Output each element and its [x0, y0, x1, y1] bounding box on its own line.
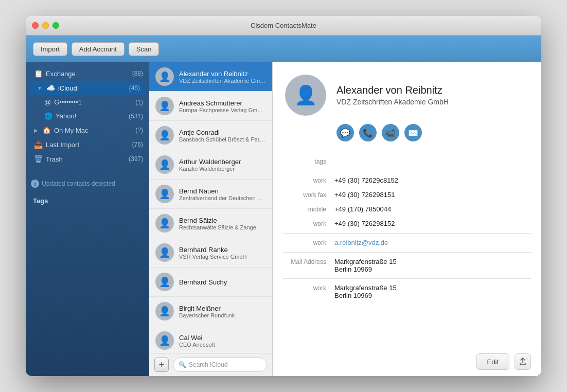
scan-button[interactable]: Scan: [129, 42, 160, 56]
detail-footer: Edit: [273, 347, 541, 376]
gmail-icon: @: [44, 98, 51, 106]
field-value: +49 (170) 7850044: [334, 205, 531, 213]
sidebar-item-on-my-mac[interactable]: ▶ 🏠 On My Mac (?): [26, 123, 149, 137]
contact-info: Bernhard Suchy: [179, 278, 266, 286]
contact-list-footer: + 🔍 Search iCloud: [149, 353, 272, 376]
field-label: work: [283, 220, 334, 227]
avatar: 👤: [155, 243, 174, 262]
avatar: 👤: [155, 97, 174, 115]
contact-item[interactable]: 👤 Bernd Sälzle Rechtsanwälte Sälzle & Za…: [149, 209, 272, 238]
contact-item[interactable]: 👤 Bernhard Ranke VSR Verlag Service GmbH: [149, 238, 272, 268]
field-row-work-phone2: work +49 (30) 726298152: [273, 217, 541, 231]
exchange-count: (88): [132, 70, 143, 77]
main-content: 📋 Exchange (88) ▼ ☁️ iCloud (46) @ G••••…: [26, 62, 541, 376]
field-value: +49 (30) 72629c8152: [334, 176, 531, 184]
contact-company: Bansbach Schübel Bröszt & Partne: [179, 136, 266, 142]
message-button[interactable]: 💬: [336, 124, 354, 141]
contact-info: Arthur Waldenberger Kanzlei Waldenberger: [179, 158, 266, 172]
detail-actions: 💬 📞 📹 ✉️: [273, 124, 541, 150]
video-button[interactable]: 📹: [382, 124, 399, 141]
sidebar-item-label: G••••••••1: [54, 98, 132, 106]
divider: [283, 233, 531, 234]
avatar: 👤: [155, 302, 174, 320]
sidebar-item-trash[interactable]: 🗑️ Trash (397): [26, 152, 149, 166]
call-button[interactable]: 📞: [359, 124, 377, 141]
contact-item[interactable]: 👤 Andreas Schmutterer Europa-Fachpresse-…: [149, 92, 272, 121]
sidebar-item-gmail[interactable]: @ G••••••••1 (1): [26, 95, 149, 109]
contact-info: Cai Wei CEO Aneesoft: [179, 334, 266, 348]
mac-count: (?): [135, 127, 143, 134]
contact-company: Zentralverband der Deutschen Wert: [179, 195, 266, 201]
contact-info: Andreas Schmutterer Europa-Fachpresse-Ve…: [179, 99, 266, 113]
contact-item[interactable]: 👤 Birgit Meißner Bayerischer Rundfunk: [149, 297, 272, 326]
detail-fields: tags work +49 (30) 72629c8152 work fax +…: [273, 150, 541, 307]
sidebar-item-yahoo[interactable]: 🌐 Yahoo! (531): [26, 109, 149, 123]
minimize-button[interactable]: [42, 22, 49, 29]
contact-item[interactable]: 👤 Antje Conradi Bansbach Schübel Bröszt …: [149, 121, 272, 150]
detail-header: 👤 Alexander von Reibnitz VDZ Zeitschrift…: [273, 62, 541, 124]
search-box[interactable]: 🔍 Search iCloud: [173, 358, 267, 372]
contact-info: Bernd Nauen Zentralverband der Deutschen…: [179, 187, 266, 201]
contact-item[interactable]: 👤 Cai Wei CEO Aneesoft: [149, 326, 272, 353]
yahoo-count: (531): [129, 113, 143, 120]
field-row-email: work a.reibnitz@vdz.de: [273, 236, 541, 250]
app-window: Cisdem ContactsMate Import Add Account S…: [26, 16, 541, 376]
contact-name: Bernhard Suchy: [179, 278, 266, 286]
sidebar-item-exchange[interactable]: 📋 Exchange (88): [26, 66, 149, 81]
share-button[interactable]: [515, 353, 531, 370]
detail-name: Alexander von Reibnitz: [336, 84, 449, 96]
contact-item[interactable]: 👤 Arthur Waldenberger Kanzlei Waldenberg…: [149, 150, 272, 180]
field-label: work: [283, 284, 334, 292]
contact-name: Birgit Meißner: [179, 305, 266, 312]
contact-name: Arthur Waldenberger: [179, 158, 266, 166]
contact-company: VSR Verlag Service GmbH: [179, 254, 266, 260]
avatar: 👤: [155, 67, 174, 86]
mac-icon: 🏠: [42, 126, 51, 134]
search-placeholder: Search iCloud: [189, 361, 227, 368]
sidebar-item-last-import[interactable]: 📥 Last Import (76): [26, 137, 149, 152]
add-account-button[interactable]: Add Account: [72, 42, 125, 56]
contact-item[interactable]: 👤 Bernd Nauen Zentralverband der Deutsch…: [149, 180, 272, 209]
field-label: work: [283, 176, 334, 184]
sidebar: 📋 Exchange (88) ▼ ☁️ iCloud (46) @ G••••…: [26, 62, 149, 376]
field-label: work: [283, 239, 334, 246]
contact-company: Rechtsanwälte Sälzle & Zange: [179, 224, 266, 230]
contact-info: Birgit Meißner Bayerischer Rundfunk: [179, 305, 266, 318]
import-button[interactable]: Import: [33, 42, 67, 56]
add-contact-button[interactable]: +: [154, 358, 169, 372]
contact-name: Bernd Nauen: [179, 187, 266, 195]
contact-info: Alexander von Reibnitz VDZ Zeitschriften…: [179, 70, 266, 84]
divider: [283, 171, 531, 171]
contact-item[interactable]: 👤 Alexander von Reibnitz VDZ Zeitschrift…: [149, 62, 272, 92]
contact-name: Bernhard Ranke: [179, 246, 266, 254]
trash-count: (397): [129, 155, 143, 163]
sidebar-item-label: Yahoo!: [56, 112, 126, 120]
gmail-count: (1): [135, 99, 143, 106]
sidebar-item-icloud[interactable]: ▼ ☁️ iCloud (46): [29, 81, 146, 95]
sidebar-item-label: On My Mac: [54, 127, 132, 134]
detail-company: VDZ Zeitschriften Akademie GmbH: [336, 98, 449, 106]
expand-arrow-icon: ▶: [34, 128, 38, 133]
field-value: Markgrafenstraße 15Berlin 10969: [334, 258, 531, 273]
field-value[interactable]: a.reibnitz@vdz.de: [334, 239, 531, 246]
close-button[interactable]: [32, 22, 39, 29]
avatar: 👤: [155, 126, 174, 145]
window-title: Cisdem ContactsMate: [251, 22, 316, 29]
avatar: 👤: [155, 273, 174, 291]
contact-company: Europa-Fachpresse-Verlag GmbH 8: [179, 107, 266, 113]
contact-name: Alexander von Reibnitz: [179, 70, 266, 78]
avatar: 👤: [155, 331, 174, 350]
icloud-count: (46): [129, 84, 140, 92]
detail-avatar: 👤: [285, 75, 326, 116]
maximize-button[interactable]: [52, 22, 59, 29]
edit-button[interactable]: Edit: [476, 353, 509, 370]
contact-item[interactable]: 👤 Bernhard Suchy: [149, 268, 272, 297]
toolbar: Import Add Account Scan: [26, 35, 541, 62]
contact-name: Andreas Schmutterer: [179, 99, 266, 107]
field-label: mobile: [283, 205, 334, 213]
divider: [283, 278, 531, 279]
email-button[interactable]: ✉️: [404, 124, 422, 141]
contact-info: Bernhard Ranke VSR Verlag Service GmbH: [179, 246, 266, 260]
divider: [283, 252, 531, 253]
import-icon: 📥: [34, 140, 43, 149]
